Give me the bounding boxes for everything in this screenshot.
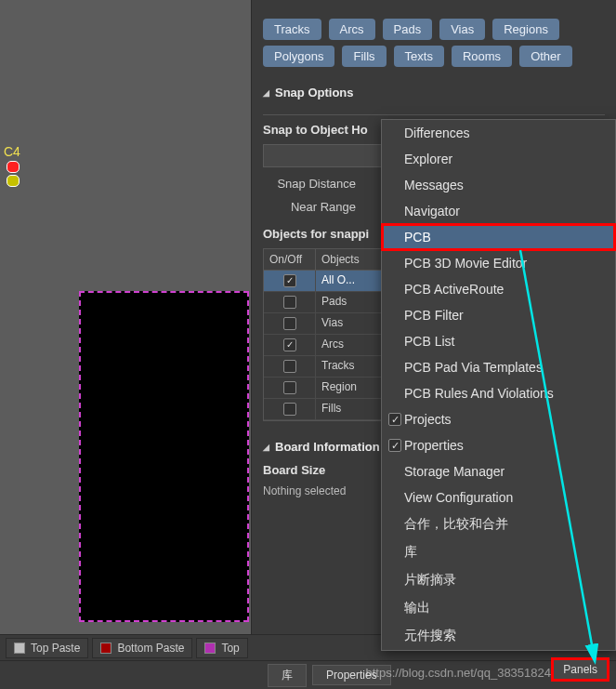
filter-chip[interactable]: Rooms [452, 46, 512, 67]
menu-item[interactable]: Messages [382, 172, 615, 198]
filter-chip[interactable]: Pads [383, 19, 433, 40]
table-row[interactable]: All O... [264, 271, 392, 292]
menu-item[interactable]: 库 [382, 538, 615, 566]
properties-button[interactable]: Properties [312, 665, 391, 685]
menu-item[interactable]: Projects [382, 406, 615, 432]
filter-chip[interactable]: Texts [394, 46, 444, 67]
board-outline [79, 291, 249, 622]
editor-canvas[interactable]: C4 [0, 0, 251, 689]
filter-chip[interactable]: Tracks [263, 19, 321, 40]
checkbox[interactable] [283, 360, 296, 373]
menu-item[interactable]: PCB Rules And Violations [382, 380, 615, 406]
menu-item[interactable]: Properties [382, 432, 615, 458]
checkbox[interactable] [283, 338, 296, 351]
menu-item[interactable]: PCB Filter [382, 302, 615, 328]
filter-chip-row: TracksArcsPadsViasRegions [263, 19, 605, 40]
table-row[interactable]: Arcs [264, 335, 392, 356]
table-header-onoff[interactable]: On/Off [264, 249, 316, 270]
layer-tab[interactable]: Top Paste [6, 638, 88, 658]
menu-item[interactable]: PCB Pad Via Templates [382, 354, 615, 380]
layer-tab-label: Bottom Paste [117, 642, 184, 655]
snapping-objects-table: On/Off Objects All O...PadsViasArcsTrack… [263, 248, 393, 421]
menu-item[interactable]: PCB 3D Movie Editor [382, 250, 615, 276]
menu-item[interactable]: 合作，比较和合并 [382, 510, 615, 538]
filter-chip[interactable]: Fills [342, 46, 386, 67]
menu-item[interactable]: PCB [382, 224, 615, 250]
menu-item[interactable]: Storage Manager [382, 458, 615, 484]
layer-swatch-icon [100, 643, 111, 654]
table-row[interactable]: Pads [264, 292, 392, 313]
lib-button[interactable]: 库 [268, 664, 307, 687]
component-designator: C4 [4, 144, 20, 159]
filter-chip[interactable]: Arcs [329, 19, 375, 40]
menu-item[interactable]: 输出 [382, 594, 615, 622]
menu-item[interactable]: PCB ActiveRoute [382, 276, 615, 302]
table-row[interactable]: Fills [264, 399, 392, 420]
layer-tab[interactable]: Bottom Paste [92, 638, 192, 658]
near-range-label: Near Range [263, 200, 365, 214]
menu-item[interactable]: Explorer [382, 146, 615, 172]
menu-item[interactable]: 片断摘录 [382, 566, 615, 594]
layer-tab[interactable]: Top [196, 638, 247, 658]
layer-tab-label: Top Paste [31, 642, 80, 655]
checkbox[interactable] [283, 274, 296, 287]
layer-tab-label: Top [221, 642, 239, 655]
checkbox[interactable] [283, 403, 296, 416]
checkbox[interactable] [283, 317, 296, 330]
filter-chip[interactable]: Other [519, 46, 572, 67]
menu-item[interactable]: Differences [382, 120, 615, 146]
filter-chip[interactable]: Vias [439, 19, 485, 40]
component-pad [7, 161, 20, 173]
table-row[interactable]: Vias [264, 313, 392, 335]
snap-distance-label: Snap Distance [263, 177, 365, 191]
component-pad [7, 175, 20, 187]
menu-item[interactable]: PCB List [382, 328, 615, 354]
panels-context-menu: DifferencesExplorerMessagesNavigatorPCBP… [381, 119, 616, 651]
menu-item[interactable]: Navigator [382, 198, 615, 224]
bottom-bar: 库 Properties [0, 660, 616, 689]
checkbox[interactable] [283, 296, 296, 309]
divider [263, 114, 605, 115]
layer-swatch-icon [14, 643, 25, 654]
filter-chip[interactable]: Regions [492, 19, 559, 40]
table-row[interactable]: Tracks [264, 356, 392, 378]
layer-swatch-icon [204, 643, 216, 654]
table-row[interactable]: Region [264, 378, 392, 399]
filter-chip[interactable]: Polygons [263, 46, 334, 67]
panels-button[interactable]: Panels [551, 657, 609, 682]
menu-item[interactable]: View Configuration [382, 484, 615, 510]
section-snap-options[interactable]: Snap Options [263, 86, 605, 99]
menu-item[interactable]: 元件搜索 [382, 622, 615, 650]
checkbox[interactable] [283, 381, 296, 394]
filter-chip-row: PolygonsFillsTextsRoomsOther [263, 46, 605, 67]
